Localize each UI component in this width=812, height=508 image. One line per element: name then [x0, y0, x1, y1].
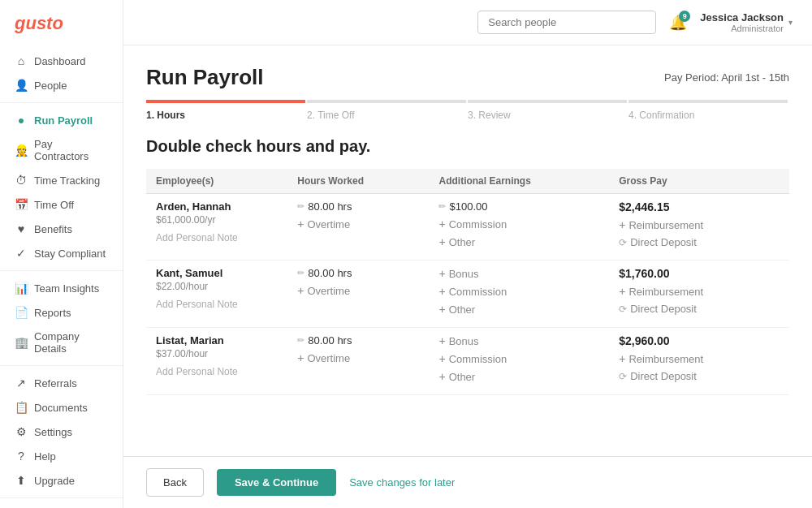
step-review[interactable]: 3. Review: [468, 110, 628, 121]
progress-step-1: [146, 100, 305, 103]
hours-main-2[interactable]: ✏ 80.00 hrs: [297, 334, 419, 347]
save-later-link[interactable]: Save changes for later: [349, 476, 455, 489]
hours-main-1[interactable]: ✏ 80.00 hrs: [297, 267, 419, 279]
direct-deposit-0[interactable]: ⟳Direct Deposit: [619, 236, 780, 248]
add-note-0[interactable]: Add Personal Note: [156, 232, 278, 243]
sidebar-item-upgrade[interactable]: ⬆Upgrade: [0, 468, 123, 493]
back-button[interactable]: Back: [146, 468, 204, 497]
plus-earning-icon: +: [438, 285, 445, 298]
gross-item-2-0[interactable]: +Reimbursement: [619, 352, 780, 365]
sidebar-label-referrals: Referrals: [34, 377, 77, 390]
gross-item-1-0[interactable]: +Reimbursement: [619, 285, 780, 298]
earning-item-1-2[interactable]: +Other: [438, 303, 599, 316]
table-row-2: Listat, Marian $37.00/hour Add Personal …: [146, 328, 789, 395]
search-input[interactable]: [477, 11, 656, 34]
header: 🔔 9 Jessica Jackson Administrator ▾: [123, 0, 812, 45]
sidebar-item-settings[interactable]: ⚙Settings: [0, 420, 123, 444]
earning-item-2-2[interactable]: +Other: [438, 370, 599, 383]
sidebar-item-dashboard[interactable]: ⌂Dashboard: [0, 49, 123, 73]
referrals-icon: ↗: [15, 377, 28, 390]
employee-cell-2: Listat, Marian $37.00/hour Add Personal …: [146, 328, 287, 395]
plus-overtime-icon-2: +: [297, 351, 304, 364]
sidebar-item-run-payroll[interactable]: ●Run Payroll: [0, 108, 123, 132]
sidebar-item-stay-compliant[interactable]: ✓Stay Compliant: [0, 241, 123, 265]
user-menu[interactable]: Jessica Jackson Administrator ▾: [700, 11, 793, 33]
gross-item-0-0[interactable]: +Reimbursement: [619, 218, 780, 231]
table-header: Employee(s) Hours Worked Additional Earn…: [146, 169, 789, 194]
direct-deposit-1[interactable]: ⟳Direct Deposit: [619, 303, 780, 315]
plus-earning-icon: +: [438, 267, 445, 280]
plus-earning-icon: +: [438, 352, 445, 365]
sidebar-label-dashboard: Dashboard: [34, 55, 86, 67]
employee-rate-0: $61,000.00/yr: [156, 214, 278, 226]
sidebar-label-team-insights: Team Insights: [34, 282, 99, 295]
earning-item-2-0[interactable]: +Bonus: [438, 334, 599, 347]
pay-contractors-icon: 👷: [15, 144, 28, 157]
upgrade-icon: ⬆: [15, 474, 28, 487]
sidebar-item-team-insights[interactable]: 📊Team Insights: [0, 276, 123, 300]
col-header-grosspay: Gross Pay: [609, 169, 789, 194]
time-off-icon: 📅: [15, 198, 28, 211]
plus-earning-icon: +: [438, 370, 445, 383]
sidebar-label-upgrade: Upgrade: [34, 475, 75, 487]
notification-count: 9: [679, 11, 690, 22]
earning-item-0-0[interactable]: ✏$100.00: [438, 200, 599, 213]
step-hours[interactable]: 1. Hours: [146, 110, 307, 121]
section-title: Double check hours and pay.: [146, 137, 789, 156]
user-name: Jessica Jackson: [700, 11, 784, 24]
sidebar-section-2: 📊Team Insights📄Reports🏢Company Details: [0, 271, 123, 366]
sidebar-label-benefits: Benefits: [34, 223, 72, 235]
gross-amount-1: $1,760.00: [619, 267, 780, 280]
sidebar-item-people[interactable]: 👤People: [0, 73, 123, 97]
notification-bell[interactable]: 🔔 9: [669, 14, 687, 32]
run-payroll-icon: ●: [15, 114, 28, 127]
sidebar-item-pay-contractors[interactable]: 👷Pay Contractors: [0, 132, 123, 168]
sidebar-item-benefits[interactable]: ♥Benefits: [0, 217, 123, 241]
add-note-1[interactable]: Add Personal Note: [156, 299, 278, 310]
earning-label-2-1: Commission: [449, 353, 508, 365]
gross-amount-2: $2,960.00: [619, 334, 780, 347]
overtime-row-2[interactable]: + Overtime: [297, 351, 419, 364]
sidebar-item-referrals[interactable]: ↗Referrals: [0, 371, 123, 395]
bank-icon-2: ⟳: [619, 371, 627, 382]
overtime-label-2: Overtime: [307, 352, 350, 364]
direct-deposit-2[interactable]: ⟳Direct Deposit: [619, 370, 780, 382]
save-continue-button[interactable]: Save & Continue: [217, 469, 336, 496]
logo-text: gusto: [15, 13, 63, 33]
earning-item-2-1[interactable]: +Commission: [438, 352, 599, 365]
sidebar-label-time-off: Time Off: [34, 199, 74, 211]
add-note-2[interactable]: Add Personal Note: [156, 366, 278, 377]
plus-gross-icon: +: [619, 352, 625, 365]
col-header-earnings: Additional Earnings: [429, 169, 609, 194]
sidebar-item-time-off[interactable]: 📅Time Off: [0, 192, 123, 217]
overtime-row-0[interactable]: + Overtime: [297, 217, 419, 230]
progress-step-2: [307, 100, 466, 103]
progress-step-4: [628, 100, 788, 103]
earning-item-0-1[interactable]: +Commission: [438, 217, 599, 230]
pay-period: Pay Period: April 1st - 15th: [664, 71, 789, 84]
sidebar-item-help[interactable]: ?Help: [0, 444, 123, 468]
earning-item-0-2[interactable]: +Other: [438, 235, 599, 248]
earning-item-1-1[interactable]: +Commission: [438, 285, 599, 298]
sidebar-item-time-tracking[interactable]: ⏱Time Tracking: [0, 168, 123, 192]
employee-rate-2: $37.00/hour: [156, 348, 278, 359]
sidebar-label-reports: Reports: [34, 307, 71, 319]
overtime-row-1[interactable]: + Overtime: [297, 284, 419, 297]
plus-earning-icon: +: [438, 235, 445, 248]
table-row-1: Kant, Samuel $22.00/hour Add Personal No…: [146, 260, 789, 328]
hours-cell-0: ✏ 80.00 hrs + Overtime: [287, 194, 429, 260]
hours-main-0[interactable]: ✏ 80.00 hrs: [297, 200, 419, 213]
earning-item-1-0[interactable]: +Bonus: [438, 267, 599, 280]
gross-item-label-1-0: Reimbursement: [628, 286, 703, 298]
sidebar-item-documents[interactable]: 📋Documents: [0, 395, 123, 420]
team-insights-icon: 📊: [15, 282, 28, 295]
step-timeoff[interactable]: 2. Time Off: [307, 110, 468, 121]
hours-cell-1: ✏ 80.00 hrs + Overtime: [287, 260, 429, 328]
sidebar-item-company-details[interactable]: 🏢Company Details: [0, 325, 123, 360]
plus-earning-icon: +: [438, 334, 445, 347]
help-icon: ?: [15, 450, 28, 463]
gross-cell-2: $2,960.00+Reimbursement⟳Direct Deposit: [609, 328, 789, 395]
sidebar-item-reports[interactable]: 📄Reports: [0, 300, 123, 325]
reports-icon: 📄: [15, 306, 28, 319]
step-confirmation[interactable]: 4. Confirmation: [628, 110, 789, 121]
